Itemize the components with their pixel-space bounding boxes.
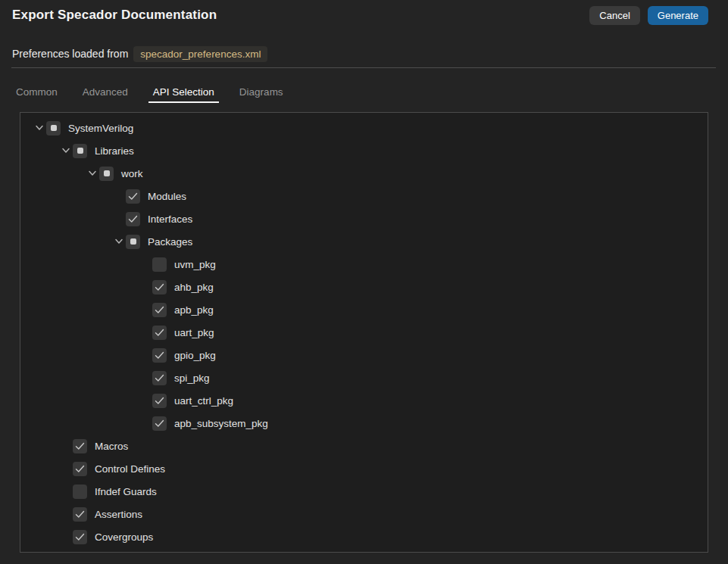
checkbox-checked[interactable] bbox=[152, 326, 167, 340]
checkbox-checked[interactable] bbox=[152, 416, 167, 431]
chevron-down-icon[interactable] bbox=[60, 145, 72, 157]
expander-spacer bbox=[60, 463, 72, 475]
tree-item-label: uart_ctrl_pkg bbox=[174, 395, 233, 407]
checkbox-checked[interactable] bbox=[73, 462, 87, 476]
checkbox-unchecked[interactable] bbox=[73, 485, 87, 499]
checkbox-checked[interactable] bbox=[152, 394, 167, 408]
chevron-down-icon[interactable] bbox=[33, 122, 45, 134]
checkbox-checked[interactable] bbox=[73, 507, 87, 522]
expander-spacer bbox=[139, 304, 152, 316]
tree-row-systemverilog[interactable]: SystemVerilog bbox=[20, 117, 708, 139]
expander-spacer bbox=[139, 258, 152, 270]
tree-row-control-defines[interactable]: Control Defines bbox=[20, 457, 708, 480]
expander-spacer bbox=[139, 349, 152, 361]
tab-api-selection[interactable]: API Selection bbox=[148, 83, 219, 101]
partial-square-icon bbox=[130, 238, 136, 245]
tree-item-label: Ifndef Guards bbox=[95, 486, 157, 497]
tree-item-label: Assertions bbox=[95, 509, 142, 520]
tree-item-label: uvm_pkg bbox=[174, 259, 216, 270]
tree-item-label: SystemVerilog bbox=[68, 123, 133, 134]
cancel-button[interactable]: Cancel bbox=[589, 6, 639, 25]
tree-row-ahb-pkg[interactable]: ahb_pkg bbox=[20, 276, 708, 298]
tree-item-label: ahb_pkg bbox=[174, 282, 214, 293]
tree-row-covergroups[interactable]: Covergroups bbox=[20, 525, 708, 548]
tab-diagrams[interactable]: Diagrams bbox=[235, 83, 288, 101]
checkbox-checked[interactable] bbox=[152, 371, 167, 385]
checkbox-checked[interactable] bbox=[126, 212, 140, 226]
preferences-loaded-text: Preferences loaded from bbox=[12, 48, 128, 60]
tree-row-ifndef-guards[interactable]: Ifndef Guards bbox=[20, 480, 708, 503]
expander-spacer bbox=[60, 485, 72, 497]
header-actions: Cancel Generate bbox=[589, 6, 708, 25]
checkbox-partial[interactable] bbox=[46, 121, 61, 136]
tree-row-uart-pkg[interactable]: uart_pkg bbox=[20, 321, 708, 344]
tree-row-apb-pkg[interactable]: apb_pkg bbox=[20, 298, 708, 321]
api-selection-tree: SystemVerilog Libraries work Modules Int… bbox=[20, 112, 708, 553]
expander-spacer bbox=[139, 281, 152, 293]
tree-item-label: Packages bbox=[148, 236, 192, 248]
chevron-down-icon[interactable] bbox=[86, 167, 98, 179]
partial-square-icon bbox=[77, 148, 83, 154]
expander-spacer bbox=[139, 394, 152, 407]
chevron-down-icon[interactable] bbox=[113, 235, 125, 248]
tree-item-label: apb_pkg bbox=[174, 304, 214, 316]
expander-spacer bbox=[139, 372, 152, 384]
tab-advanced[interactable]: Advanced bbox=[78, 83, 133, 101]
expander-spacer bbox=[113, 213, 125, 225]
checkbox-checked[interactable] bbox=[152, 280, 167, 294]
tree-item-label: work bbox=[121, 168, 143, 179]
checkbox-unchecked[interactable] bbox=[152, 257, 167, 272]
tree-item-label: Modules bbox=[148, 191, 186, 202]
expander-spacer bbox=[60, 531, 72, 543]
partial-square-icon bbox=[51, 125, 57, 131]
tab-common[interactable]: Common bbox=[11, 83, 62, 101]
checkbox-partial[interactable] bbox=[126, 235, 140, 249]
checkbox-checked[interactable] bbox=[73, 439, 87, 453]
tree-row-macros[interactable]: Macros bbox=[20, 435, 708, 457]
preferences-loaded-line: Preferences loaded from specador_prefere… bbox=[12, 45, 267, 63]
tab-bar: Common Advanced API Selection Diagrams bbox=[11, 83, 304, 101]
tree-item-label: uart_pkg bbox=[174, 327, 214, 338]
tree-row-uvm-pkg[interactable]: uvm_pkg bbox=[20, 253, 708, 276]
tree-row-interfaces[interactable]: Interfaces bbox=[20, 207, 708, 230]
tree-item-label: Interfaces bbox=[148, 213, 192, 225]
tree-row-apb-subsystem-pkg[interactable]: apb_subsystem_pkg bbox=[20, 412, 708, 435]
expander-spacer bbox=[60, 440, 72, 452]
checkbox-partial[interactable] bbox=[73, 144, 87, 158]
generate-button[interactable]: Generate bbox=[648, 6, 708, 25]
tree-item-label: spi_pkg bbox=[174, 372, 210, 384]
tree-row-spi-pkg[interactable]: spi_pkg bbox=[20, 366, 708, 389]
tree-row-libraries[interactable]: Libraries bbox=[20, 139, 708, 162]
checkbox-checked[interactable] bbox=[152, 348, 167, 363]
export-dialog: { "header": { "title": "Export Specador … bbox=[0, 0, 728, 564]
tree-item-label: Control Defines bbox=[95, 463, 165, 475]
checkbox-checked[interactable] bbox=[73, 530, 87, 544]
tree-item-label: Covergroups bbox=[95, 531, 153, 543]
checkbox-checked[interactable] bbox=[126, 189, 140, 204]
checkbox-checked[interactable] bbox=[152, 303, 167, 317]
tree-row-gpio-pkg[interactable]: gpio_pkg bbox=[20, 344, 708, 366]
tree-row-work[interactable]: work bbox=[20, 162, 708, 185]
tree-row-packages[interactable]: Packages bbox=[20, 230, 708, 253]
expander-spacer bbox=[139, 417, 152, 429]
expander-spacer bbox=[139, 326, 152, 338]
tree-row-uart-ctrl-pkg[interactable]: uart_ctrl_pkg bbox=[20, 389, 708, 412]
tree-item-label: gpio_pkg bbox=[174, 350, 216, 361]
tree-item-label: Libraries bbox=[95, 145, 134, 157]
partial-square-icon bbox=[104, 170, 110, 176]
tree-row-assertions[interactable]: Assertions bbox=[20, 503, 708, 525]
header-separator bbox=[11, 67, 716, 68]
expander-spacer bbox=[60, 508, 72, 520]
tree-item-label: apb_subsystem_pkg bbox=[174, 418, 268, 429]
tree-item-label: Macros bbox=[95, 441, 128, 452]
tree-row-modules[interactable]: Modules bbox=[20, 185, 708, 207]
page-title: Export Specador Documentation bbox=[12, 8, 217, 23]
preferences-filename-chip: specador_preferences.xml bbox=[133, 46, 267, 62]
checkbox-partial[interactable] bbox=[99, 167, 114, 181]
expander-spacer bbox=[113, 190, 125, 202]
